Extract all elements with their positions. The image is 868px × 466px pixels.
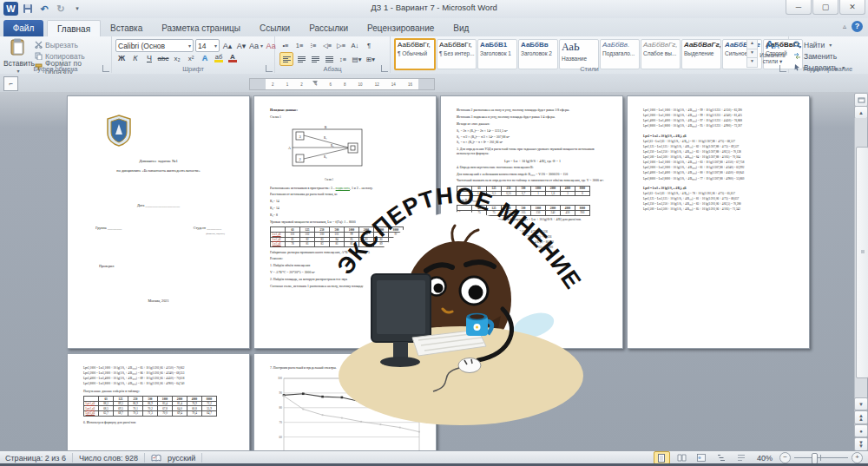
word-window: W ↶ ↻ ▾ ДЗ 1 - Вариант 7 - Microsoft Wor…	[0, 0, 868, 466]
group-styles: АаБбВвГг,¶ ОбычныйАаБбВвГг,¶ Без интер..…	[391, 36, 789, 73]
decrease-indent-button[interactable]: ◁≡	[321, 39, 333, 51]
tab-Главная[interactable]: Главная	[47, 20, 101, 36]
browse-object-button[interactable]: ●	[854, 424, 868, 437]
minimize-button[interactable]: ─	[786, 0, 812, 15]
ruler-number: 1	[286, 82, 289, 87]
zoom-out-button[interactable]: −	[779, 452, 791, 463]
change-case-button[interactable]: Аа▾	[249, 40, 263, 52]
highlight-button[interactable]: аб	[213, 52, 225, 64]
font-size-combo[interactable]: 14▾	[195, 39, 220, 52]
formula-line: Lрт1,1000 = Lw1,1000 + 10 lg(1/S₁ + 4/B₁…	[643, 108, 795, 112]
page-5[interactable]: Lрт3,1000 = Lw3,1000 + 10 lg(1/S₃ + 4/B₁…	[67, 353, 250, 450]
font-color-button[interactable]: А	[227, 52, 239, 64]
page-6[interactable]: 7. Построим расчетный и предельный спект…	[253, 353, 437, 450]
maximize-button[interactable]: ▢	[812, 0, 838, 15]
spellcheck-icon[interactable]	[151, 454, 161, 463]
underline-button[interactable]: Ч	[143, 52, 155, 64]
page-indicator[interactable]: Страница: 2 из 6	[5, 454, 66, 463]
change-styles-button[interactable]: АА Изменить стили ▾	[759, 39, 786, 64]
align-right-button[interactable]	[309, 53, 321, 65]
help-icon[interactable]: ?	[852, 21, 863, 32]
view-outline[interactable]	[713, 451, 730, 464]
table-row: Lрт3,дБ65,768,770,371,370,069,470,464,7	[84, 411, 217, 417]
tab-Ссылки[interactable]: Ссылки	[250, 20, 299, 36]
scroll-down-button[interactable]: ▼	[854, 397, 868, 410]
ruler-toggle-icon	[858, 96, 865, 104]
clipboard-dialog-launcher[interactable]	[102, 65, 109, 72]
tab-Вид[interactable]: Вид	[444, 20, 478, 36]
scrollbar-track[interactable]	[854, 118, 867, 427]
zoom-slider[interactable]	[794, 453, 848, 463]
view-draft[interactable]	[733, 451, 750, 464]
formula-line: Lрт2,63 = Lw2,63 + 10 lg(1/S₂ + 4/B₆₃) =…	[643, 140, 795, 143]
tab-selector[interactable]: ⌐	[3, 76, 18, 91]
indent-marker[interactable]	[312, 81, 318, 84]
svg-text:2: 2	[299, 156, 300, 161]
pilcrow-button[interactable]: ¶	[363, 39, 375, 51]
formula-line: Lрт2,4000 = Lw2,4000 + 10 lg(1/S₂ + 4/B₄…	[643, 171, 795, 174]
zoom-level[interactable]: 40%	[757, 454, 773, 463]
bullets-button[interactable]: •≡	[279, 39, 292, 51]
tab-Рассылки[interactable]: Рассылки	[299, 20, 358, 36]
page-1[interactable]: Домашнее задание №1 по дисциплине «Безоп…	[67, 95, 250, 349]
next-page-button[interactable]: ▼▼	[854, 437, 868, 450]
strikethrough-button[interactable]: abc	[157, 52, 169, 64]
view-print-layout[interactable]	[654, 451, 670, 464]
page-3[interactable]: Источник 2 расположен на полу в углу, по…	[440, 95, 623, 349]
formula-line: Lрт2,2000 = Lw2,2000 + 10 lg(1/S₂ + 4/B₂…	[643, 166, 795, 169]
tab-file[interactable]: Файл	[3, 20, 43, 36]
styles-scroll-down[interactable]: ▼	[747, 49, 757, 58]
tab-Вставка[interactable]: Вставка	[101, 20, 152, 36]
grow-font-button[interactable]: А▴	[221, 40, 233, 52]
numbering-button[interactable]: 1≡	[293, 39, 306, 51]
italic-button[interactable]: К	[129, 52, 141, 64]
find-button[interactable]: Найти▾	[793, 39, 845, 50]
page-4[interactable]: Lрт1,1000 = Lw1,1000 + 10 lg(1/S₁ + 4/B₁…	[627, 95, 810, 349]
text-effects-button[interactable]: А	[199, 52, 211, 64]
formula-line: Lрт1,125 = Lw1,125 + 10 lg(1/S₁ + 4/B₁₂₅…	[457, 235, 608, 239]
align-left-button[interactable]	[279, 52, 293, 66]
multilevel-list-button[interactable]: ⁝≡	[307, 39, 319, 51]
paragraph-dialog-launcher[interactable]	[381, 65, 388, 72]
scroll-up-button[interactable]: ▲	[854, 106, 868, 119]
sort-button[interactable]: А↓	[349, 39, 361, 51]
language-indicator[interactable]: русский	[168, 454, 195, 463]
view-web-layout[interactable]	[694, 451, 710, 464]
bold-button[interactable]: Ж	[115, 52, 128, 64]
close-button[interactable]: ✕	[839, 0, 865, 15]
horizontal-ruler[interactable]: 21246810121416	[249, 78, 435, 90]
previous-page-button[interactable]: ▲▲	[854, 410, 868, 424]
ruler-number: 8	[344, 82, 346, 87]
copy-icon	[35, 52, 43, 60]
minimize-ribbon-icon[interactable]: ▵	[843, 23, 846, 30]
shrink-font-button[interactable]: А▾	[235, 40, 247, 52]
tab-Рецензирование[interactable]: Рецензирование	[358, 20, 444, 36]
page-2[interactable]: Исходные данные: Схема 1 3 2 В А R₁	[253, 95, 437, 349]
svg-text:R₂: R₂	[331, 143, 333, 147]
replace-button[interactable]: Заменить	[793, 50, 845, 62]
styles-scroll-up[interactable]: ▲	[747, 40, 757, 49]
zoom-in-button[interactable]: +	[852, 452, 863, 463]
borders-button[interactable]: ⊞▾	[365, 53, 377, 65]
formula-line: Lрт3,250 = Lw3,250 + 10 lg(1/S₃ + 4/B₂₅₀…	[643, 202, 795, 206]
align-center-button[interactable]	[295, 53, 307, 65]
subscript-button[interactable]: x₂	[171, 52, 183, 64]
justify-button[interactable]	[323, 53, 335, 65]
formula-line: Lрт1,250 = Lw1,250 + 10 lg(1/S₁ + 4/B₂₅₀…	[457, 240, 608, 244]
font-dialog-launcher[interactable]	[266, 65, 273, 72]
styles-dialog-launcher[interactable]	[779, 65, 786, 72]
scrollbar-thumb[interactable]	[856, 147, 868, 378]
font-name-combo[interactable]: Calibri (Основ▾	[115, 39, 194, 52]
ribbon-tab-row: Файл ГлавнаяВставкаРазметка страницыСсыл…	[0, 18, 868, 36]
ruler-strip: ⌐ 21246810121416	[0, 74, 868, 92]
increase-indent-button[interactable]: ▷≡	[335, 39, 347, 51]
ruler-toggle-button[interactable]	[854, 93, 868, 107]
tab-Разметка страницы[interactable]: Разметка страницы	[152, 20, 250, 36]
shading-button[interactable]: ▤▾	[351, 53, 363, 65]
word-count[interactable]: Число слов: 928	[79, 454, 138, 463]
ruler-number: 2	[272, 82, 274, 87]
line-spacing-button[interactable]: ↕≡	[337, 53, 349, 65]
cut-button[interactable]: Вырезать	[35, 39, 111, 50]
superscript-button[interactable]: x²	[185, 52, 197, 64]
view-fullscreen-reading[interactable]	[674, 451, 690, 464]
